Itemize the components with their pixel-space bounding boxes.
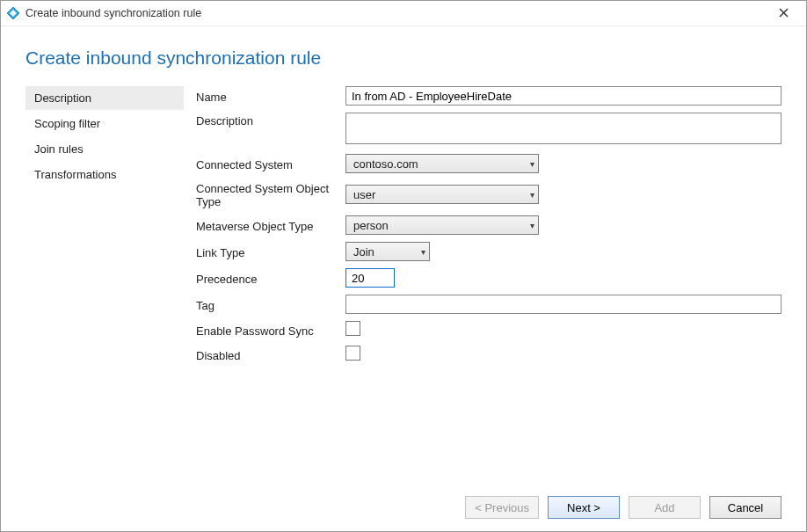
label-tag: Tag xyxy=(196,297,345,312)
title-bar: Create inbound synchronization rule xyxy=(1,1,806,26)
label-link-type: Link Type xyxy=(196,244,345,259)
add-button: Add xyxy=(629,496,701,519)
chevron-down-icon: ▾ xyxy=(530,221,534,230)
label-precedence: Precedence xyxy=(196,271,345,286)
nav-item-scoping-filter[interactable]: Scoping filter xyxy=(25,112,184,135)
page-heading: Create inbound synchronization rule xyxy=(25,47,782,69)
nav-item-transformations[interactable]: Transformations xyxy=(25,163,184,186)
next-button[interactable]: Next > xyxy=(548,496,620,519)
tag-input[interactable] xyxy=(345,295,782,314)
connected-system-dropdown[interactable]: contoso.com ▾ xyxy=(345,154,539,173)
nav-item-join-rules[interactable]: Join rules xyxy=(25,137,184,161)
label-mv-object-type: Metaverse Object Type xyxy=(196,218,345,233)
label-name: Name xyxy=(196,89,345,104)
previous-button: < Previous xyxy=(465,496,539,519)
nav-item-label: Scoping filter xyxy=(34,117,100,130)
nav-item-label: Transformations xyxy=(34,168,116,181)
chevron-down-icon: ▾ xyxy=(530,159,534,169)
close-icon xyxy=(779,6,789,20)
cs-object-type-dropdown[interactable]: user ▾ xyxy=(345,185,539,204)
disabled-checkbox[interactable] xyxy=(345,346,360,361)
nav-item-description[interactable]: Description xyxy=(25,86,184,110)
app-icon xyxy=(6,6,20,20)
nav-item-label: Join rules xyxy=(34,142,84,156)
dropdown-value: contoso.com xyxy=(353,157,418,171)
chevron-down-icon: ▾ xyxy=(530,190,534,200)
side-nav: Description Scoping filter Join rules Tr… xyxy=(25,86,193,487)
form-area: Name Description Connected System xyxy=(193,86,782,487)
name-input[interactable] xyxy=(345,86,782,106)
nav-item-label: Description xyxy=(34,91,91,105)
precedence-input[interactable] xyxy=(345,268,395,288)
label-description: Description xyxy=(196,113,345,128)
enable-password-sync-checkbox[interactable] xyxy=(345,321,360,336)
link-type-dropdown[interactable]: Join ▾ xyxy=(345,242,430,261)
label-enable-password-sync: Enable Password Sync xyxy=(196,323,345,338)
chevron-down-icon: ▾ xyxy=(421,247,425,257)
window-title: Create inbound synchronization rule xyxy=(25,7,201,19)
mv-object-type-dropdown[interactable]: person ▾ xyxy=(345,215,539,235)
label-connected-system: Connected System xyxy=(196,157,345,171)
dialog-body: Create inbound synchronization rule Desc… xyxy=(1,26,806,531)
dropdown-value: Join xyxy=(353,245,374,259)
dialog-window: Create inbound synchronization rule Crea… xyxy=(0,0,807,532)
label-cs-object-type: Connected System Object Type xyxy=(196,180,345,208)
label-disabled: Disabled xyxy=(196,347,345,362)
cancel-button[interactable]: Cancel xyxy=(709,496,782,519)
dropdown-value: person xyxy=(353,219,389,232)
description-textarea[interactable] xyxy=(345,113,782,144)
dropdown-value: user xyxy=(353,188,375,201)
content-row: Description Scoping filter Join rules Tr… xyxy=(25,86,782,487)
close-button[interactable] xyxy=(766,2,801,25)
footer-buttons: < Previous Next > Add Cancel xyxy=(25,487,782,519)
